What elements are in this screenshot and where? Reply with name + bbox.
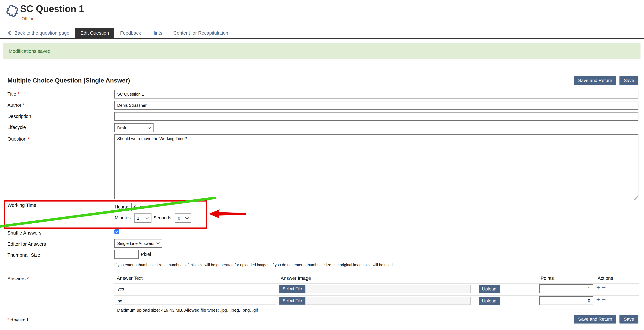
question-textarea[interactable]: Should we remove the Working Time? xyxy=(114,134,638,199)
save-button[interactable]: Save xyxy=(620,76,638,85)
answer-image-file-input[interactable]: Select File xyxy=(279,297,470,305)
answers-label: Answers * xyxy=(8,276,29,281)
required-asterisk: * xyxy=(27,276,29,281)
add-answer-icon[interactable]: + xyxy=(596,284,600,291)
annotation-red-arrow-icon xyxy=(208,208,246,221)
page: SC Question 1 Offline Back to the questi… xyxy=(0,0,644,330)
answer-text-input[interactable] xyxy=(115,285,276,293)
question-label: Question * xyxy=(8,137,30,141)
description-input[interactable] xyxy=(114,112,638,121)
points-input[interactable] xyxy=(540,284,593,293)
form-heading: Multiple Choice Question (Single Answer) xyxy=(8,77,130,84)
description-label: Description xyxy=(8,114,31,119)
row-divider xyxy=(114,283,639,284)
editor-for-answers-select[interactable]: Single Line Answers xyxy=(114,239,162,248)
checkmark-icon xyxy=(115,230,118,233)
select-file-button[interactable]: Select File xyxy=(280,285,305,293)
column-points: Points xyxy=(541,276,554,281)
add-answer-icon[interactable]: + xyxy=(596,296,600,303)
tab-bar: Back to the question page Edit Question … xyxy=(0,28,644,39)
back-link-label: Back to the question page xyxy=(14,30,69,35)
save-button[interactable]: Save xyxy=(620,315,638,324)
resize-handle-icon[interactable] xyxy=(634,194,638,201)
required-asterisk: * xyxy=(23,103,24,108)
title-input[interactable] xyxy=(114,90,638,99)
shuffle-answers-checkbox[interactable] xyxy=(114,229,119,234)
author-input[interactable] xyxy=(114,101,638,110)
chevron-down-icon xyxy=(148,125,151,129)
points-input[interactable] xyxy=(540,296,593,305)
status-badge: Offline xyxy=(22,16,34,21)
tab-content-for-recapitulation[interactable]: Content for Recapitulation xyxy=(173,28,228,38)
lifecycle-value: Draft xyxy=(117,126,126,130)
shuffle-answers-label: Shuffle Answers xyxy=(8,230,42,235)
select-file-button[interactable]: Select File xyxy=(280,297,305,305)
annotation-red-box xyxy=(4,200,207,229)
lifecycle-label: Lifecycle xyxy=(8,125,26,130)
back-link[interactable]: Back to the question page xyxy=(9,28,69,38)
required-asterisk: * xyxy=(28,137,30,141)
column-answer-text: Answer Text xyxy=(117,276,142,281)
row-divider xyxy=(114,295,639,296)
title-label: Title * xyxy=(8,92,20,96)
tab-hints[interactable]: Hints xyxy=(152,28,162,38)
row-actions: + − xyxy=(596,284,606,291)
thumbnail-size-label: Thumbnail Size xyxy=(8,253,40,258)
thumbnail-size-input[interactable] xyxy=(114,250,138,259)
success-banner: Modifications saved. xyxy=(3,43,640,59)
remove-answer-icon[interactable]: − xyxy=(602,284,606,291)
row-actions: + − xyxy=(596,296,606,303)
remove-answer-icon[interactable]: − xyxy=(602,296,606,303)
required-asterisk: * xyxy=(18,92,20,96)
success-message: Modifications saved. xyxy=(9,48,52,53)
editor-for-answers-label: Editor for Answers xyxy=(8,241,46,246)
upload-note: Maximum upload size: 419.43 MB. Allowed … xyxy=(117,307,258,312)
chevron-left-icon xyxy=(8,31,13,35)
thumbnail-help-text: If you enter a thumbnail size, a thumbna… xyxy=(114,263,394,267)
column-actions: Actions xyxy=(598,276,613,281)
save-and-return-button[interactable]: Save and Return xyxy=(574,76,616,85)
upload-button[interactable]: Upload xyxy=(479,297,500,305)
thumbnail-unit-label: Pixel xyxy=(141,252,151,257)
answer-text-input[interactable] xyxy=(115,297,276,305)
tab-edit-question[interactable]: Edit Question xyxy=(75,28,114,38)
save-and-return-button[interactable]: Save and Return xyxy=(574,315,616,324)
author-label: Author * xyxy=(8,103,24,108)
puzzle-icon xyxy=(4,2,20,19)
upload-button[interactable]: Upload xyxy=(479,285,500,293)
required-asterisk: * xyxy=(8,317,9,322)
top-button-row: Save and Return Save xyxy=(574,76,638,85)
column-answer-image: Answer Image xyxy=(281,276,311,281)
tab-feedback[interactable]: Feedback xyxy=(120,28,141,38)
answer-image-file-input[interactable]: Select File xyxy=(279,285,470,293)
bottom-button-row: Save and Return Save xyxy=(574,315,638,324)
page-title: SC Question 1 xyxy=(20,3,84,14)
chevron-down-icon xyxy=(156,241,160,244)
lifecycle-select[interactable]: Draft xyxy=(114,123,154,132)
required-note: * Required xyxy=(8,317,28,322)
